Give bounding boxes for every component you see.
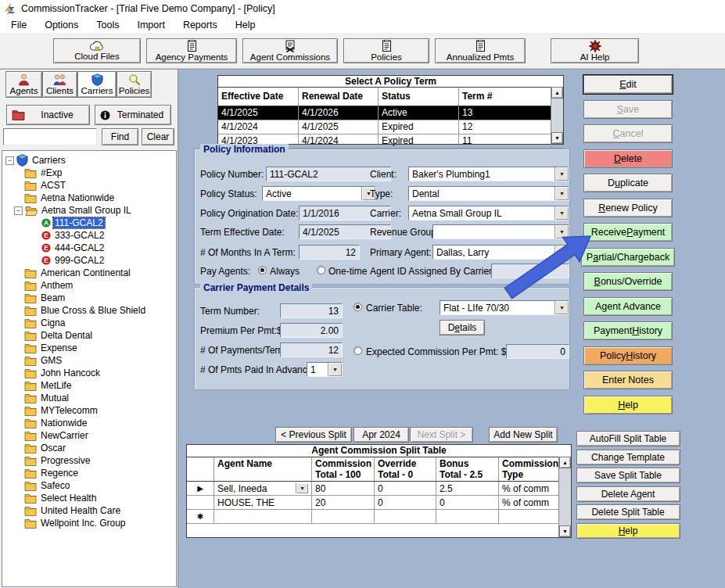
- renew-policy-button[interactable]: Renew Policy: [583, 199, 673, 217]
- edit-button[interactable]: Edit: [583, 75, 673, 94]
- details-button[interactable]: Details: [440, 320, 485, 335]
- term-number-field[interactable]: 13: [280, 303, 343, 318]
- tree-item-wellpoint-inc-group[interactable]: Wellpoint Inc. Group: [5, 517, 176, 529]
- change-template-button[interactable]: Change Template: [576, 450, 680, 465]
- cancel-button[interactable]: Cancel: [583, 124, 673, 143]
- split-cell[interactable]: [375, 510, 436, 523]
- split-row[interactable]: ▶Sell, Ineeda▼8002.5% of comm: [187, 482, 571, 496]
- tab-clients[interactable]: Clients: [42, 71, 77, 98]
- collapse-icon[interactable]: −: [14, 206, 23, 215]
- months-in-term-field[interactable]: 12: [299, 245, 360, 260]
- policy-status-select[interactable]: Active▼: [262, 186, 376, 201]
- agent-name-cell[interactable]: [214, 510, 312, 523]
- split-cell[interactable]: [312, 510, 375, 523]
- chevron-down-icon[interactable]: ▼: [555, 206, 569, 220]
- tree-item-cigna[interactable]: Cigna: [5, 317, 176, 329]
- tree-item-acst[interactable]: ACST: [5, 179, 176, 192]
- payments-per-term-field[interactable]: 12: [280, 342, 343, 357]
- toolbar-agency-payments[interactable]: Agency Payments: [146, 38, 237, 63]
- menu-item-reports[interactable]: Reports: [180, 19, 221, 31]
- tree-item-oscar[interactable]: Oscar: [5, 442, 176, 454]
- premium-per-pmt-field[interactable]: 2.00: [280, 323, 343, 338]
- search-input[interactable]: [3, 128, 97, 145]
- tree-item-expense[interactable]: Expense: [5, 342, 176, 354]
- split-cell[interactable]: % of comm: [499, 496, 560, 509]
- scroll-down-icon[interactable]: ▼: [559, 525, 571, 537]
- toolbar-policies[interactable]: Policies: [343, 38, 429, 63]
- tree-item-anthem[interactable]: Anthem: [5, 279, 176, 292]
- tree-item-mutual[interactable]: Mutual: [5, 392, 176, 404]
- policy-history-button[interactable]: Policy History: [583, 346, 673, 365]
- toolbar-annualized-pmts[interactable]: Annualized Pmts: [435, 38, 526, 63]
- payment-history-button[interactable]: Payment History: [583, 321, 673, 340]
- client-select[interactable]: Baker's Plumbing1▼: [408, 167, 569, 181]
- tree-item-regence[interactable]: Regence: [5, 467, 176, 479]
- tree-item-mytelecomm[interactable]: MYTelecomm: [5, 404, 176, 417]
- expected-commission-radio[interactable]: [354, 346, 362, 355]
- expected-commission-field[interactable]: 0: [506, 344, 569, 359]
- inactive-button[interactable]: Inactive: [6, 105, 90, 125]
- tree-item-american-continental[interactable]: American Continental: [5, 267, 176, 279]
- delete-split-table-button[interactable]: Delete Split Table: [576, 504, 680, 520]
- menu-item-options[interactable]: Options: [41, 19, 81, 31]
- tree-item-united-health-care[interactable]: United Health Care: [5, 504, 176, 517]
- tree-item-333-gcal2[interactable]: E333-GCAL2: [5, 229, 176, 242]
- terminated-button[interactable]: Terminated: [95, 105, 171, 125]
- policy-term-scrollbar[interactable]: ▲ ▼: [551, 87, 563, 144]
- tree-item-select-health[interactable]: Select Health: [5, 492, 176, 504]
- next-split-button[interactable]: Next Split >: [410, 427, 473, 443]
- menu-item-help[interactable]: Help: [232, 19, 259, 31]
- menu-item-tools[interactable]: Tools: [93, 19, 122, 31]
- tree-item-111-gcal2[interactable]: A111-GCAL2: [5, 217, 176, 229]
- tree-item-exp[interactable]: #Exp: [5, 167, 176, 179]
- split-cell[interactable]: [436, 510, 499, 523]
- split-table-scrollbar[interactable]: ▲ ▼: [558, 457, 571, 537]
- toolbar-cloud-files[interactable]: Cloud Files: [53, 38, 141, 63]
- tree-item-safeco[interactable]: Safeco: [5, 479, 176, 492]
- enter-notes-button[interactable]: Enter Notes: [583, 371, 673, 389]
- tree-item-aetna-nationwide[interactable]: Aetna Nationwide: [5, 192, 176, 204]
- agent-name-cell[interactable]: Sell, Ineeda▼: [214, 482, 312, 495]
- tab-policies[interactable]: Policies: [117, 71, 152, 98]
- split-cell[interactable]: 0: [436, 496, 499, 509]
- tree-item-progressive[interactable]: Progressive: [5, 454, 176, 467]
- duplicate-button[interactable]: Duplicate: [583, 174, 673, 192]
- split-cell[interactable]: 2.5: [436, 482, 499, 495]
- pay-always-radio[interactable]: [258, 266, 267, 274]
- collapse-icon[interactable]: −: [5, 156, 14, 165]
- pay-onetime-radio[interactable]: [317, 266, 325, 274]
- type-select[interactable]: Dental▼: [408, 186, 569, 201]
- chevron-down-icon[interactable]: ▼: [555, 167, 569, 181]
- previous-split-button[interactable]: < Previous Split: [275, 427, 352, 443]
- scroll-up-icon[interactable]: ▲: [559, 457, 571, 468]
- split-cell[interactable]: 0: [375, 482, 436, 495]
- tree-item-nationwide[interactable]: Nationwide: [5, 417, 176, 429]
- tree-item-gms[interactable]: GMS: [5, 354, 176, 367]
- chevron-down-icon[interactable]: ▼: [328, 363, 342, 376]
- term-row[interactable]: 4/1/20244/1/2025Expired12: [218, 120, 563, 134]
- pmts-in-advance-select[interactable]: 1▼: [307, 362, 343, 377]
- carrier-table-radio[interactable]: [354, 303, 362, 311]
- agent-name-cell[interactable]: HOUSE, THE: [214, 496, 312, 509]
- split-row[interactable]: HOUSE, THE2000% of comm: [187, 496, 571, 510]
- delete-button[interactable]: Delete: [583, 149, 673, 168]
- tree-item-aetna-small-group-il[interactable]: −Aetna Small Group IL: [5, 204, 176, 217]
- tree-item-blue-cross-blue-shield[interactable]: Blue Cross & Blue Shield: [5, 304, 176, 317]
- chevron-down-icon[interactable]: ▼: [555, 187, 569, 200]
- tree-item-444-gcal2[interactable]: E444-GCAL2: [5, 242, 176, 254]
- toolbar-ai-help[interactable]: AI Help: [551, 38, 639, 63]
- split-cell[interactable]: 80: [312, 482, 375, 495]
- split-row[interactable]: ✱: [187, 510, 571, 524]
- toolbar-agent-commissions[interactable]: Agent Commissions: [242, 38, 338, 63]
- menu-item-file[interactable]: File: [8, 19, 30, 31]
- tree-item-delta-dental[interactable]: Delta Dental: [5, 329, 176, 342]
- tree-item-john-hancock[interactable]: John Hancock: [5, 367, 176, 379]
- tree-item-beam[interactable]: Beam: [5, 292, 176, 304]
- help-button[interactable]: Help: [583, 396, 673, 414]
- tree-root[interactable]: −Carriers: [5, 154, 176, 167]
- tree-item-newcarrier[interactable]: NewCarrier: [5, 429, 176, 442]
- split-cell[interactable]: 20: [312, 496, 375, 509]
- scroll-up-icon[interactable]: ▲: [551, 87, 563, 99]
- tree-item-999-gcal2[interactable]: E999-GCAL2: [5, 254, 176, 267]
- help-button[interactable]: Help: [576, 523, 680, 539]
